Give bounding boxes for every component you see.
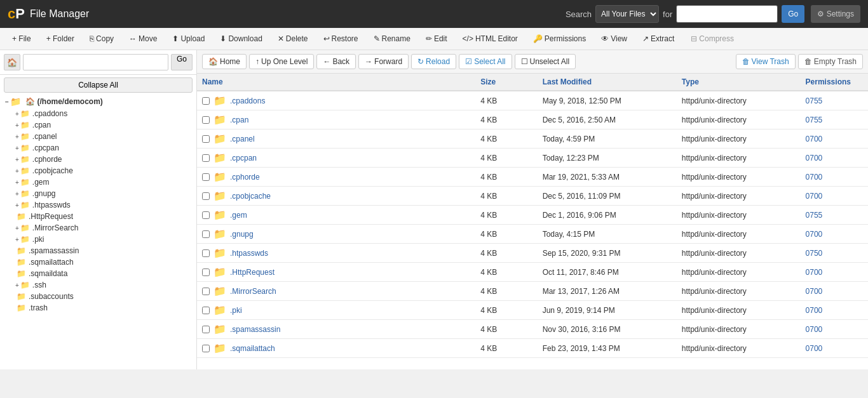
permissions-button[interactable]: 🔑 Permissions [526, 30, 593, 47]
search-scope-select[interactable]: All Your Files [595, 5, 659, 23]
tree-item[interactable]: 📁.subaccounts [13, 291, 194, 302]
empty-trash-button[interactable]: 🗑 Empty Trash [798, 54, 863, 69]
file-checkbox[interactable] [202, 116, 210, 124]
file-name-cell: 📁.spamassassin [197, 320, 475, 338]
file-checkbox[interactable] [202, 249, 210, 257]
file-size-cell: 4 KB [475, 206, 537, 225]
unselect-all-icon: ☐ [521, 57, 528, 66]
tree-root[interactable]: − 📁 🏠 (/home/democom) [3, 95, 194, 108]
tree-item[interactable]: +📁.htpasswds [13, 199, 194, 211]
file-checkbox[interactable] [202, 230, 210, 238]
settings-button[interactable]: ⚙ Settings [811, 5, 860, 23]
delete-button[interactable]: ✕ Delete [271, 30, 315, 47]
new-file-button[interactable]: + File [5, 30, 38, 47]
file-checkbox[interactable] [202, 97, 210, 105]
file-modified-cell: Feb 23, 2019, 1:43 PM [538, 339, 677, 358]
table-row[interactable]: 📁.cpan4 KBDec 5, 2016, 2:50 AMhttpd/unix… [197, 110, 868, 129]
sidebar-path-input[interactable] [23, 54, 168, 70]
table-row[interactable]: 📁.htpasswds4 KBSep 15, 2020, 9:31 PMhttp… [197, 244, 868, 263]
file-checkbox[interactable] [202, 288, 210, 295]
reload-button[interactable]: ↻ Reload [411, 54, 456, 69]
file-checkbox[interactable] [202, 154, 210, 162]
forward-button[interactable]: → Forward [358, 54, 409, 69]
table-row[interactable]: 📁.gem4 KBDec 1, 2016, 9:06 PMhttpd/unix-… [197, 206, 868, 225]
extract-button[interactable]: ↗ Extract [635, 30, 681, 47]
file-permissions-cell: 0700 [801, 320, 868, 339]
tree-item[interactable]: +📁.cpobjcache [13, 165, 194, 176]
table-row[interactable]: 📁.cpcpan4 KBToday, 12:23 PMhttpd/unix-di… [197, 149, 868, 168]
up-one-level-button[interactable]: ↑ Up One Level [249, 54, 314, 69]
file-permissions-cell: 0755 [801, 110, 868, 129]
tree-item[interactable]: 📁.HttpRequest [13, 211, 194, 222]
file-checkbox[interactable] [202, 135, 210, 143]
file-checkbox[interactable] [202, 269, 210, 276]
tree-item[interactable]: +📁.gem [13, 176, 194, 188]
table-row[interactable]: 📁.HttpRequest4 KBOct 11, 2017, 8:46 PMht… [197, 263, 868, 282]
home-nav-button[interactable]: 🏠 Home [202, 54, 247, 69]
table-row[interactable]: 📁.cphorde4 KBMar 19, 2021, 5:33 AMhttpd/… [197, 168, 868, 187]
select-all-button[interactable]: ☑ Select All [459, 54, 512, 69]
col-size[interactable]: Size [475, 74, 537, 91]
tree-item[interactable]: +📁.cpanel [13, 131, 194, 142]
sidebar-home-button[interactable]: 🏠 [4, 54, 20, 70]
sidebar-go-button[interactable]: Go [171, 54, 193, 70]
tree-item[interactable]: +📁.MirrorSearch [13, 222, 194, 234]
file-checkbox[interactable] [202, 192, 210, 200]
col-name[interactable]: Name [197, 74, 475, 91]
file-checkbox[interactable] [202, 173, 210, 181]
tree-item[interactable]: +📁.pki [13, 234, 194, 245]
file-type-cell: httpd/unix-directory [677, 301, 801, 320]
html-editor-button[interactable]: </> HTML Editor [456, 30, 525, 47]
tree-item[interactable]: 📁.trash [13, 302, 194, 314]
edit-button[interactable]: ✏ Edit [419, 30, 454, 47]
file-checkbox[interactable] [202, 211, 210, 219]
unselect-all-button[interactable]: ☐ Unselect All [515, 54, 576, 69]
col-type[interactable]: Type [677, 74, 801, 91]
restore-button[interactable]: ↩ Restore [316, 30, 365, 47]
file-name-cell: 📁.HttpRequest [197, 263, 475, 281]
html-editor-icon: </> [463, 34, 473, 43]
col-modified[interactable]: Last Modified [538, 74, 677, 91]
folder-icon: 📁 [20, 143, 30, 152]
move-button[interactable]: ↔ Move [122, 30, 164, 47]
table-row[interactable]: 📁.cpaddons4 KBMay 9, 2018, 12:50 PMhttpd… [197, 91, 868, 110]
file-checkbox[interactable] [202, 326, 210, 333]
row-folder-icon: 📁 [214, 95, 226, 107]
search-go-button[interactable]: Go [782, 5, 804, 23]
tree-item[interactable]: +📁.cphorde [13, 154, 194, 165]
tree-item[interactable]: +📁.ssh [13, 279, 194, 291]
compress-button[interactable]: ⊟ Compress [684, 30, 741, 47]
back-button[interactable]: ← Back [316, 54, 356, 69]
tree-item[interactable]: +📁.cpan [13, 119, 194, 131]
table-row[interactable]: 📁.spamassassin4 KBNov 30, 2016, 3:16 PMh… [197, 320, 868, 339]
file-checkbox[interactable] [202, 307, 210, 314]
table-row[interactable]: 📁.gnupg4 KBToday, 4:15 PMhttpd/unix-dire… [197, 225, 868, 244]
tree-item[interactable]: 📁.spamassassin [13, 245, 194, 256]
tree-item[interactable]: +📁.cpcpan [13, 142, 194, 154]
search-input[interactable] [676, 5, 778, 23]
table-row[interactable]: 📁.pki4 KBJun 9, 2019, 9:14 PMhttpd/unix-… [197, 301, 868, 320]
upload-button[interactable]: ⬆ Upload [165, 30, 212, 47]
download-button[interactable]: ⬇ Download [213, 30, 269, 47]
file-checkbox[interactable] [202, 345, 210, 352]
table-row[interactable]: 📁.sqmailattach4 KBFeb 23, 2019, 1:43 PMh… [197, 339, 868, 358]
copy-button[interactable]: ⎘ Copy [83, 30, 121, 47]
table-row[interactable]: 📁.cpobjcache4 KBDec 5, 2016, 11:09 PMhtt… [197, 187, 868, 206]
rename-button[interactable]: ✎ Rename [367, 30, 417, 47]
collapse-all-button[interactable]: Collapse All [4, 77, 193, 93]
view-button[interactable]: 👁 View [594, 30, 634, 47]
tree-item[interactable]: 📁.sqmailattach [13, 256, 194, 268]
tree-item[interactable]: +📁.gnupg [13, 188, 194, 199]
table-row[interactable]: 📁.cpanel4 KBToday, 4:59 PMhttpd/unix-dir… [197, 129, 868, 149]
tree-item[interactable]: +📁.cpaddons [13, 108, 194, 119]
tree-item-label: .MirrorSearch [32, 223, 79, 232]
file-permissions-cell: 0750 [801, 244, 868, 263]
new-folder-button[interactable]: + Folder [39, 30, 81, 47]
col-permissions[interactable]: Permissions [801, 74, 868, 91]
tree-item[interactable]: 📁.sqmaildata [13, 268, 194, 279]
file-size-cell: 4 KB [475, 244, 537, 263]
select-all-icon: ☑ [465, 57, 472, 66]
view-trash-button[interactable]: 🗑 View Trash [736, 54, 796, 69]
folder-icon: 📁 [17, 269, 26, 278]
table-row[interactable]: 📁.MirrorSearch4 KBMar 13, 2017, 1:26 AMh… [197, 282, 868, 301]
